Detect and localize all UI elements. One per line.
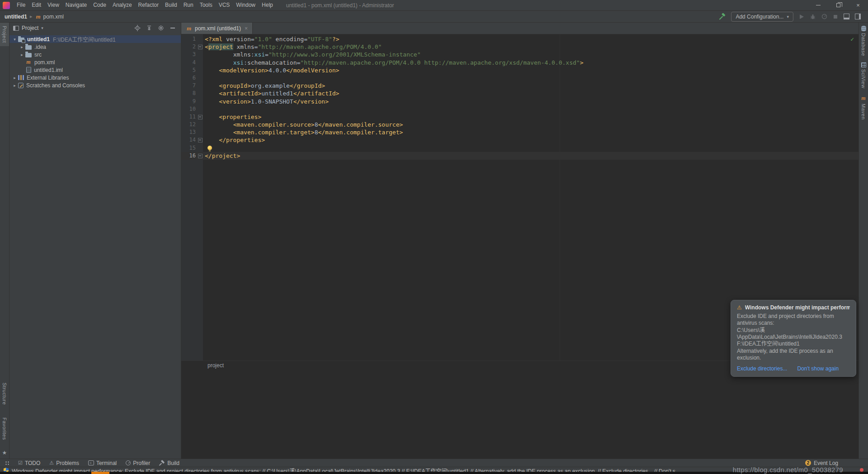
tool-tab-favorites[interactable]: Favorites bbox=[0, 414, 9, 443]
locate-file-button[interactable] bbox=[133, 24, 142, 33]
code-line[interactable]: 15 bbox=[181, 144, 859, 152]
bottom-tab-todo[interactable]: ☑TODO bbox=[18, 460, 40, 466]
title-bar: FileEditViewNavigateCodeAnalyzeRefactorB… bbox=[0, 0, 868, 11]
code-line[interactable]: 16</project> bbox=[181, 152, 859, 160]
tool-tab-structure[interactable]: Structure bbox=[0, 379, 9, 408]
layout-right-icon[interactable] bbox=[855, 14, 861, 19]
code-line[interactable]: 12 <maven.compiler.source>8</maven.compi… bbox=[181, 121, 859, 128]
run-button[interactable] bbox=[799, 14, 804, 19]
menu-tools[interactable]: Tools bbox=[197, 0, 216, 10]
tree-item-idea[interactable]: ▸.idea bbox=[9, 43, 181, 51]
line-number: 6 bbox=[181, 74, 197, 82]
menu-build[interactable]: Build bbox=[162, 0, 180, 10]
scratches-icon bbox=[18, 83, 24, 88]
menu-vcs[interactable]: VCS bbox=[216, 0, 233, 10]
code-text: <artifactId>untitled1</artifactId> bbox=[203, 90, 339, 97]
project-panel-title[interactable]: Project bbox=[22, 25, 38, 31]
inspection-check-icon[interactable]: ✓ bbox=[850, 36, 854, 43]
debug-button[interactable] bbox=[810, 14, 816, 20]
close-button[interactable]: × bbox=[848, 0, 868, 10]
code-line[interactable]: 11 <properties> bbox=[181, 113, 859, 121]
tree-item-untitled1[interactable]: ▾untitled1F:\IDEA工作空间\untitled1 bbox=[9, 35, 181, 43]
chevron-right-icon[interactable]: ▸ bbox=[19, 52, 25, 57]
collapse-all-button[interactable] bbox=[145, 24, 154, 33]
stop-button[interactable] bbox=[833, 14, 838, 19]
menu-code[interactable]: Code bbox=[90, 0, 109, 10]
tool-tab-project[interactable]: Project bbox=[0, 23, 9, 46]
breadcrumb-project[interactable]: untitled1 bbox=[5, 14, 27, 20]
hide-panel-button[interactable] bbox=[168, 24, 177, 33]
event-log-button[interactable]: 2 Event Log bbox=[805, 460, 838, 466]
intention-bulb-icon[interactable] bbox=[208, 146, 212, 150]
notification-dot bbox=[860, 468, 863, 472]
build-hammer-icon[interactable] bbox=[719, 13, 726, 20]
fold-icon[interactable] bbox=[197, 152, 203, 160]
breadcrumb-tag[interactable]: project bbox=[208, 362, 224, 369]
bottom-tab-problems[interactable]: ⚠Problems bbox=[49, 460, 79, 466]
menu-analyze[interactable]: Analyze bbox=[109, 0, 135, 10]
minimize-button[interactable] bbox=[808, 0, 828, 10]
taskbar-app-button[interactable] bbox=[91, 472, 109, 474]
fold-icon[interactable] bbox=[197, 136, 203, 144]
folder-icon bbox=[25, 53, 32, 57]
menu-run[interactable]: Run bbox=[180, 0, 197, 10]
maximize-button[interactable] bbox=[828, 0, 848, 10]
code-line[interactable]: 1<?xml version="1.0" encoding="UTF-8"?> bbox=[181, 35, 859, 43]
editor-filler bbox=[181, 370, 859, 459]
profile-button[interactable] bbox=[821, 14, 827, 19]
tool-tab-sciview[interactable]: SciView bbox=[859, 59, 868, 91]
tool-window-switcher-icon[interactable] bbox=[5, 460, 10, 466]
chevron-right-icon[interactable]: ▸ bbox=[11, 76, 18, 80]
tab-close-icon[interactable]: × bbox=[245, 25, 248, 32]
tree-item-scratches-and-consoles[interactable]: ▸Scratches and Consoles bbox=[9, 81, 181, 89]
settings-button[interactable] bbox=[156, 24, 165, 33]
bottom-tab-label: Profiler bbox=[133, 460, 150, 466]
chevron-right-icon[interactable]: ▸ bbox=[19, 45, 25, 49]
tree-item-external-libraries[interactable]: ▸External Libraries bbox=[9, 74, 181, 81]
bottom-tab-profiler[interactable]: Profiler bbox=[126, 460, 150, 466]
notification-link-exclude[interactable]: Exclude directories... bbox=[737, 365, 787, 372]
folder-icon bbox=[25, 45, 32, 50]
menu-bar: FileEditViewNavigateCodeAnalyzeRefactorB… bbox=[14, 0, 276, 10]
tool-tab-project-label: Project bbox=[2, 26, 7, 43]
code-line[interactable]: 14 </properties> bbox=[181, 136, 859, 144]
breadcrumb-file[interactable]: pom.xml bbox=[43, 14, 64, 20]
code-line[interactable]: 5 <modelVersion>4.0.0</modelVersion> bbox=[181, 66, 859, 74]
chevron-right-icon[interactable]: ▸ bbox=[11, 83, 18, 88]
fold-icon[interactable] bbox=[197, 113, 203, 121]
matched-tag: project bbox=[208, 43, 233, 50]
code-line[interactable]: 13 <maven.compiler.target>8</maven.compi… bbox=[181, 128, 859, 136]
code-line[interactable]: 4 xsi:schemaLocation="http://maven.apach… bbox=[181, 59, 859, 66]
layout-bottom-icon[interactable] bbox=[844, 14, 849, 19]
code-text: <?xml version="1.0" encoding="UTF-8"?> bbox=[203, 35, 339, 43]
code-line[interactable]: 6 bbox=[181, 74, 859, 82]
tree-item-pom-xml[interactable]: mpom.xml bbox=[9, 58, 181, 66]
tree-item-untitled1-iml[interactable]: untitled1.iml bbox=[9, 66, 181, 74]
menu-help[interactable]: Help bbox=[259, 0, 276, 10]
chevron-down-icon[interactable]: ▾ bbox=[11, 37, 18, 42]
menu-view[interactable]: View bbox=[44, 0, 62, 10]
tool-tab-maven[interactable]: mMaven bbox=[859, 92, 868, 123]
menu-navigate[interactable]: Navigate bbox=[62, 0, 90, 10]
minimize-icon bbox=[816, 5, 821, 5]
menu-edit[interactable]: Edit bbox=[28, 0, 44, 10]
fold-icon[interactable] bbox=[197, 43, 203, 51]
tool-tab-database[interactable]: Database bbox=[859, 23, 868, 59]
notification-link-dismiss[interactable]: Don't show again bbox=[797, 365, 839, 372]
add-configuration-button[interactable]: Add Configuration... ▾ bbox=[731, 12, 793, 22]
bottom-tab-build[interactable]: Build bbox=[159, 460, 179, 466]
tab-pom-xml[interactable]: m pom.xml (untitled1) × bbox=[181, 23, 253, 34]
code-line[interactable]: 3 xmlns:xsi="http://www.w3.org/2001/XMLS… bbox=[181, 51, 859, 58]
bottom-tab-terminal[interactable]: Terminal bbox=[88, 460, 117, 466]
menu-file[interactable]: File bbox=[14, 0, 28, 10]
tool-stripe-right: DatabaseSciViewmMaven bbox=[859, 23, 868, 459]
code-line[interactable]: 8 <artifactId>untitled1</artifactId> bbox=[181, 90, 859, 97]
code-line[interactable]: 10 bbox=[181, 105, 859, 113]
tree-item-src[interactable]: ▸src bbox=[9, 51, 181, 58]
menu-window[interactable]: Window bbox=[233, 0, 259, 10]
code-line[interactable]: 9 <version>1.0-SNAPSHOT</version> bbox=[181, 98, 859, 105]
code-line[interactable]: 2<project xmlns="http://maven.apache.org… bbox=[181, 43, 859, 51]
code-line[interactable]: 7 <groupId>org.example</groupId> bbox=[181, 82, 859, 90]
code-text: </properties> bbox=[203, 136, 265, 144]
menu-refactor[interactable]: Refactor bbox=[135, 0, 162, 10]
